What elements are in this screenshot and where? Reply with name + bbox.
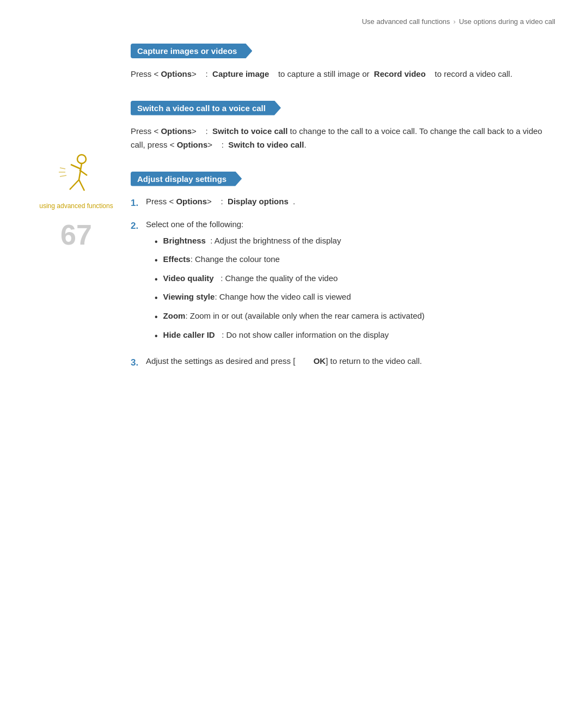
bullet-effects: Effects : Change the colour tone	[155, 253, 425, 267]
bullet-viewing-style: Viewing style: Change how the video call…	[155, 290, 425, 305]
bullet-hide-caller: Hide caller ID : Do not show caller info…	[155, 328, 425, 343]
bullet-list: Brightness : Adjust the brightness of th…	[146, 234, 425, 343]
step-3-text: Adjust the settings as desired and press…	[146, 355, 422, 368]
svg-line-6	[60, 168, 65, 169]
step-2-text: Select one of the following: Brightness …	[146, 218, 425, 348]
svg-line-5	[79, 180, 84, 191]
capture-image-label: Capture image	[212, 69, 269, 78]
stick-figure-icon	[54, 153, 98, 202]
bullet-brightness: Brightness : Adjust the brightness of th…	[155, 234, 425, 249]
section-capture: Capture images or videos Press < Options…	[131, 44, 544, 81]
sidebar: using advanced functions 67	[33, 153, 120, 249]
options-label-3: Options	[177, 140, 208, 149]
section-header-capture: Capture images or videos	[131, 44, 252, 58]
svg-line-4	[70, 180, 79, 190]
breadcrumb-separator: ›	[454, 17, 456, 26]
viewing-style-label: Viewing style	[163, 290, 215, 303]
section-header-adjust: Adjust display settings	[131, 172, 242, 186]
svg-line-8	[60, 175, 66, 177]
video-quality-label: Video quality	[163, 272, 214, 285]
step-1: 1. Press < Options> : Display options .	[131, 195, 544, 210]
section-adjust: Adjust display settings 1. Press < Optio…	[131, 172, 544, 370]
sidebar-label: using advanced functions	[39, 202, 113, 211]
section-body-adjust: 1. Press < Options> : Display options . …	[131, 195, 544, 370]
section-switch: Switch a video call to a voice call Pres…	[131, 101, 544, 152]
effects-label: Effects	[163, 253, 191, 266]
steps-list: 1. Press < Options> : Display options . …	[131, 195, 544, 370]
main-content: Capture images or videos Press < Options…	[131, 0, 544, 370]
option-label: Options	[161, 69, 192, 78]
step-3: 3. Adjust the settings as desired and pr…	[131, 355, 544, 370]
breadcrumb-item-1: Use advanced call functions	[362, 17, 450, 26]
display-options-label: Display options	[228, 197, 289, 206]
step-2-num: 2.	[131, 218, 146, 233]
brightness-label: Brightness	[163, 234, 206, 247]
section-body-capture: Press < Options> : Capture image to capt…	[131, 67, 544, 81]
switch-video-label: Switch to video call	[228, 140, 304, 149]
bullet-zoom: Zoom : Zoom in or out (available only wh…	[155, 309, 425, 324]
section-title-adjust: Adjust display settings	[137, 174, 226, 184]
page-number: 67	[60, 221, 92, 249]
breadcrumb: Use advanced call functions › Use option…	[362, 17, 555, 26]
svg-point-0	[77, 155, 86, 163]
bullet-video-quality: Video quality : Change the quality of th…	[155, 272, 425, 287]
step-1-text: Press < Options> : Display options .	[146, 195, 295, 208]
svg-line-2	[71, 165, 81, 169]
section-header-switch: Switch a video call to a voice call	[131, 101, 281, 115]
hide-caller-label: Hide caller ID	[163, 328, 215, 342]
switch-voice-label: Switch to voice call	[212, 126, 287, 136]
step-3-num: 3.	[131, 355, 146, 370]
section-body-switch: Press < Options> : Switch to voice call …	[131, 124, 544, 152]
step-2: 2. Select one of the following: Brightne…	[131, 218, 544, 348]
record-video-label: Record video	[374, 69, 426, 78]
ok-label: OK	[314, 356, 326, 366]
step-1-num: 1.	[131, 196, 146, 210]
options-label-4: Options	[176, 197, 207, 206]
section-title-capture: Capture images or videos	[137, 46, 237, 56]
breadcrumb-item-2: Use options during a video call	[459, 17, 555, 26]
zoom-label: Zoom	[163, 309, 186, 322]
options-label-2: Options	[161, 126, 192, 136]
section-title-switch: Switch a video call to a voice call	[137, 104, 266, 113]
